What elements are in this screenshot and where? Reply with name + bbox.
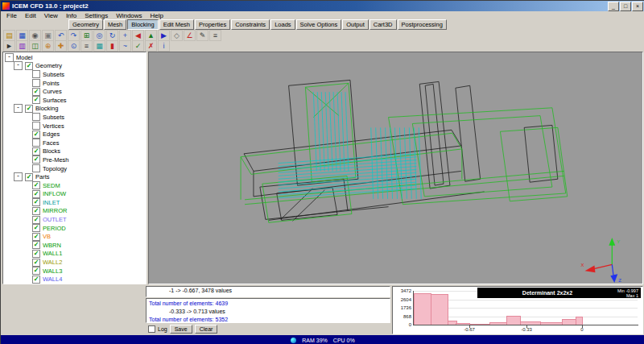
checkbox-icon[interactable]: ✓: [32, 267, 40, 275]
zoom-window-icon[interactable]: ◎: [93, 30, 105, 41]
tree-item-pre-mesh[interactable]: ✓Pre-Mesh: [3, 155, 146, 164]
tab-cart3d[interactable]: Cart3D: [369, 19, 397, 30]
tab-properties[interactable]: Properties: [195, 19, 230, 30]
save-project-icon[interactable]: ▦: [16, 30, 28, 41]
histogram-panel[interactable]: 0868173626043472-0.67-0.330Determinant 2…: [392, 286, 643, 334]
expander-icon[interactable]: -: [5, 53, 14, 62]
tree-item-faces[interactable]: Faces: [3, 139, 146, 147]
maximize-button[interactable]: □: [620, 2, 631, 11]
annotation-icon[interactable]: ✎: [196, 30, 208, 41]
tree-item-parts[interactable]: -✓Parts: [3, 172, 146, 181]
tree-item-blocking-subsets[interactable]: Subsets: [3, 113, 146, 122]
menu-help[interactable]: Help: [147, 12, 167, 19]
tree-item-part-period[interactable]: ✓PERIOD: [3, 224, 146, 233]
select-icon[interactable]: ►: [3, 40, 15, 52]
tree-item-part-inlet[interactable]: ✓INLET: [3, 198, 146, 207]
view-x-icon[interactable]: ◀: [132, 30, 144, 41]
checkbox-icon[interactable]: ✓: [32, 233, 40, 241]
tree-item-model[interactable]: -Model: [3, 53, 146, 62]
checkbox-icon[interactable]: ✓: [32, 241, 40, 249]
menu-windows[interactable]: Windows: [112, 12, 146, 19]
tree-item-part-wall2[interactable]: ✓WALL2: [3, 258, 146, 267]
tab-geometry[interactable]: Geometry: [68, 19, 103, 30]
info-icon[interactable]: i: [158, 40, 170, 52]
view-z-icon[interactable]: ▶: [158, 30, 170, 41]
split-block-icon[interactable]: ▥: [16, 40, 28, 52]
checkbox-icon[interactable]: ✓: [32, 190, 40, 198]
save-button[interactable]: Save: [170, 325, 192, 334]
checkbox-icon[interactable]: [32, 139, 40, 147]
tree-item-part-inflow[interactable]: ✓INFLOW: [3, 190, 146, 199]
checkbox-icon[interactable]: ✓: [32, 207, 40, 215]
checkbox-icon[interactable]: ✓: [32, 96, 40, 104]
menu-info[interactable]: Info: [62, 12, 80, 19]
move-vertex-icon[interactable]: ✚: [55, 40, 67, 52]
tree-item-surfaces[interactable]: ✓Surfaces: [3, 96, 146, 105]
tree-item-part-sedm[interactable]: ✓SEDM: [3, 181, 146, 190]
rotate-view-icon[interactable]: ↻: [106, 30, 118, 41]
checkbox-icon[interactable]: ✓: [32, 155, 40, 164]
menu-file[interactable]: File: [2, 12, 21, 19]
tree-item-points[interactable]: Points: [3, 79, 146, 88]
expander-icon[interactable]: -: [14, 104, 23, 113]
checkbox-icon[interactable]: [32, 122, 40, 130]
checkbox-icon[interactable]: ✓: [32, 181, 40, 189]
checkbox-icon[interactable]: ✓: [32, 250, 40, 258]
tree-item-geometry[interactable]: -✓Geometry: [3, 62, 146, 71]
fit-window-icon[interactable]: ⊞: [80, 30, 93, 41]
checkbox-icon[interactable]: ✓: [32, 259, 40, 267]
viewport-3d[interactable]: Y X Z: [148, 52, 643, 284]
tree-item-curves[interactable]: ✓Curves: [3, 87, 146, 96]
menu-edit[interactable]: Edit: [21, 12, 40, 19]
ogrid-block-icon[interactable]: ◫: [29, 40, 41, 52]
checkbox-icon[interactable]: ✓: [25, 173, 33, 181]
tab-output[interactable]: Output: [342, 19, 369, 30]
tree-item-part-wall3[interactable]: ✓WALL3: [3, 267, 146, 276]
checkbox-icon[interactable]: [32, 79, 40, 87]
close-button[interactable]: ×: [632, 2, 643, 11]
tab-mesh[interactable]: Mesh: [104, 19, 126, 30]
measure-icon[interactable]: ∠: [184, 30, 196, 41]
undo-icon[interactable]: ↶: [55, 30, 67, 41]
checkbox-icon[interactable]: ✓: [25, 105, 33, 113]
tab-postprocessing[interactable]: Postprocessing: [398, 19, 447, 30]
tree-item-part-wbrn[interactable]: ✓WBRN: [3, 241, 146, 250]
check-mesh-icon[interactable]: ✓: [132, 40, 144, 52]
redo-icon[interactable]: ↷: [68, 30, 80, 41]
quality-histogram-icon[interactable]: ▮: [106, 40, 118, 52]
premesh-params-icon[interactable]: ▦: [93, 40, 105, 52]
hist-bar[interactable]: [414, 293, 431, 325]
open-project-icon[interactable]: ▤: [3, 30, 15, 41]
tree-item-part-wall1[interactable]: ✓WALL1: [3, 250, 146, 259]
expander-icon[interactable]: -: [14, 172, 23, 181]
checkbox-icon[interactable]: ✓: [32, 147, 40, 155]
tree-item-part-wall4[interactable]: ✓WALL4: [3, 275, 146, 284]
tree-item-part-vb[interactable]: ✓VB: [3, 232, 146, 241]
tab-edit-mesh[interactable]: Edit Mesh: [159, 19, 194, 30]
tree-item-geometry-subsets[interactable]: Subsets: [3, 70, 146, 79]
clear-button[interactable]: Clear: [195, 325, 218, 334]
checkbox-icon[interactable]: ✓: [32, 216, 40, 224]
checkbox-icon[interactable]: [32, 164, 40, 172]
checkbox-icon[interactable]: ✓: [32, 131, 40, 139]
minimize-button[interactable]: _: [608, 2, 619, 11]
checkbox-icon[interactable]: [32, 113, 40, 121]
tree-item-part-outlet[interactable]: ✓OUTLET: [3, 215, 146, 224]
tree-item-blocking[interactable]: -✓Blocking: [3, 105, 146, 114]
associate-icon[interactable]: ⊙: [68, 40, 80, 52]
screenshot-icon[interactable]: ◉: [29, 30, 41, 41]
checkbox-icon[interactable]: [32, 70, 40, 78]
checkbox-icon[interactable]: ✓: [32, 224, 40, 232]
expander-icon[interactable]: -: [14, 61, 23, 70]
tree-item-edges[interactable]: ✓Edges: [3, 130, 146, 139]
menu-view[interactable]: View: [40, 12, 62, 19]
tab-solve-options[interactable]: Solve Options: [296, 19, 342, 30]
log-checkbox[interactable]: [148, 325, 155, 333]
delete-block-icon[interactable]: ✗: [145, 40, 157, 52]
merge-vertices-icon[interactable]: ⊕: [42, 40, 54, 52]
checkbox-icon[interactable]: ✓: [25, 62, 33, 70]
display-options-icon[interactable]: ≡: [209, 30, 221, 41]
tree-item-part-mirror[interactable]: ✓MIRROR: [3, 207, 146, 216]
menu-settings[interactable]: Settings: [80, 12, 112, 19]
tab-loads[interactable]: Loads: [270, 19, 295, 30]
